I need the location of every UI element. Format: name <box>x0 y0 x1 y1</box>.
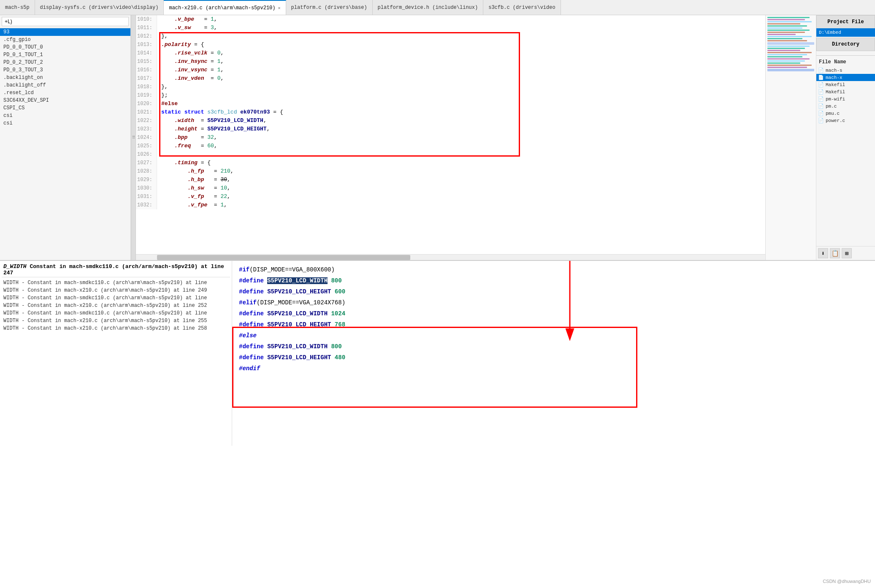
tab-mach-s5p[interactable]: mach-s5p <box>0 0 35 15</box>
bottom-code-line-7: #else <box>239 330 868 341</box>
list-item-backlight-off[interactable]: .backlight_off <box>0 81 130 89</box>
code-line-1032: 1032: .v_fpe = 1, <box>136 201 765 209</box>
tab-label: platform.c (drivers\base) <box>291 5 367 11</box>
bottom-code-line-9: #define S5PV210_LCD_HEIGHT 480 <box>239 352 868 363</box>
file-name: power.c <box>826 118 845 123</box>
file-item-makefile1[interactable]: 📄 Makefil <box>816 81 875 88</box>
file-item-mach-s[interactable]: 📄 mach-s <box>816 67 875 74</box>
code-line-1014: 1014: .rise_vclk = 0, <box>136 49 765 57</box>
file-section: File Name 📄 mach-s 📄 mach-x 📄 Makefil <box>816 55 875 124</box>
right-bottom-toolbar: ⬇ 📋 ⊞ <box>816 246 875 260</box>
directory-button[interactable]: Directory <box>816 38 875 51</box>
list-item-cspi[interactable]: CSPI_CS <box>0 104 130 112</box>
code-line-1016: 1016: .inv_vsync = 1, <box>136 66 765 74</box>
bottom-title-bold: D_WIDTH <box>3 263 27 270</box>
tab-close-icon[interactable]: ✕ <box>278 5 281 11</box>
bottom-code-line-1: #if(DISP_MODE==VGA_800X600) <box>239 264 868 275</box>
tab-platform-device[interactable]: platform_device.h (include\linux) <box>373 0 484 15</box>
file-item-pm-wifi[interactable]: 📄 pm-wifi <box>816 95 875 103</box>
search-input[interactable] <box>2 17 129 26</box>
bottom-list-item-5[interactable]: WIDTH - Constant in mach-smdkc110.c (arc… <box>2 309 230 317</box>
list-item-s3c64xx[interactable]: S3C64XX_DEV_SPI <box>0 97 130 104</box>
code-line-1021: 1021: static struct s3cfb_lcd ek070tn93 … <box>136 108 765 117</box>
code-area: 1010: .v_bpe = 1, 1011: .v_sw = 3, 1012:… <box>136 15 765 260</box>
file-name: pm.c <box>826 104 837 109</box>
minimap <box>765 15 816 260</box>
file-icon: 📄 <box>818 118 824 123</box>
right-panel: Project File D:\Embed Directory File Nam… <box>816 15 875 260</box>
list-item-csi2[interactable]: csi <box>0 119 130 127</box>
file-item-power[interactable]: 📄 power.c <box>816 117 875 124</box>
code-line-1011: 1011: .v_sw = 3, <box>136 24 765 32</box>
file-section-title: File Name <box>816 57 875 67</box>
file-icon: 📄 <box>818 103 824 109</box>
code-line-1013: 1013: .polarity = { <box>136 41 765 49</box>
file-icon: 📄 <box>818 96 824 102</box>
tab-platform[interactable]: platform.c (drivers\base) <box>286 0 373 15</box>
file-name: pm-wifi <box>826 97 845 102</box>
bottom-area: D_WIDTH Constant in mach-smdkc110.c (arc… <box>0 260 875 446</box>
tab-s3cfb[interactable]: s3cfb.c (drivers\video <box>483 0 561 15</box>
code-line-1018: 1018: }, <box>136 83 765 91</box>
scrollbar-thumb[interactable] <box>157 255 410 260</box>
bottom-list-item-2[interactable]: WIDTH - Constant in mach-x210.c (arch\ar… <box>2 287 230 294</box>
splitter[interactable]: ⠿ <box>131 15 136 260</box>
symbol-list: 93 .cfg_gpio PD_0_0_TOUT_0 PD_0_1_TOUT_1… <box>0 28 130 260</box>
list-item-reset-lcd[interactable]: .reset_lcd <box>0 89 130 97</box>
file-icon: 📄 <box>818 111 824 116</box>
grid-icon[interactable]: ⊞ <box>842 248 852 258</box>
bottom-list-item-1[interactable]: WIDTH - Constant in mach-smdkc110.c (arc… <box>2 279 230 287</box>
bottom-code-line-5: #define S5PV210_LCD_WIDTH 1024 <box>239 308 868 319</box>
list-item-93[interactable]: 93 <box>0 28 130 36</box>
file-name: mach-x <box>826 75 842 80</box>
project-file-button[interactable]: Project File <box>816 15 875 28</box>
download-icon[interactable]: ⬇ <box>818 248 828 258</box>
clipboard-icon[interactable]: 📋 <box>830 248 840 258</box>
code-line-1012: 1012: }, <box>136 32 765 41</box>
code-line-1029: 1029: .h_bp = 30, <box>136 176 765 184</box>
list-item-pd00[interactable]: PD_0_0_TOUT_0 <box>0 43 130 51</box>
list-item-pd01[interactable]: PD_0_1_TOUT_1 <box>0 51 130 59</box>
list-item-pd03[interactable]: PD_0_3_TOUT_3 <box>0 66 130 74</box>
horizontal-scrollbar[interactable] <box>136 254 765 260</box>
code-line-1025: 1025: .freq = 60, <box>136 142 765 150</box>
search-box <box>0 15 130 28</box>
bottom-list-item-3[interactable]: WIDTH - Constant in mach-smdkc110.c (arc… <box>2 294 230 302</box>
bottom-list-item-4[interactable]: WIDTH - Constant in mach-x210.c (arch\ar… <box>2 302 230 309</box>
tab-label: s3cfb.c (drivers\video <box>488 5 555 11</box>
tab-label: mach-s5p <box>5 5 30 11</box>
tab-mach-x210[interactable]: mach-x210.c (arch\arm\mach-s5pv210) ✕ <box>164 0 286 15</box>
file-icon: 📄 <box>818 68 824 73</box>
tab-label: display-sysfs.c (drivers\video\display) <box>40 5 159 11</box>
file-icon: 📄 <box>818 89 824 95</box>
bottom-list-item-7[interactable]: WIDTH - Constant in mach-x210.c (arch\ar… <box>2 325 230 332</box>
bottom-title: D_WIDTH Constant in mach-smdkc110.c (arc… <box>2 263 230 277</box>
file-item-makefile2[interactable]: 📄 Makefil <box>816 88 875 95</box>
tab-display-sysfs[interactable]: display-sysfs.c (drivers\video\display) <box>35 0 164 15</box>
list-item-backlight-on[interactable]: .backlight_on <box>0 74 130 81</box>
file-icon: 📄 <box>818 75 824 80</box>
tab-bar: mach-s5p display-sysfs.c (drivers\video\… <box>0 0 875 15</box>
code-line-1023: 1023: .height = S5PV210_LCD_HEIGHT, <box>136 125 765 133</box>
file-item-pm[interactable]: 📄 pm.c <box>816 103 875 110</box>
code-line-1024: 1024: .bpp = 32, <box>136 133 765 142</box>
list-item-pd02[interactable]: PD_0_2_TOUT_2 <box>0 59 130 66</box>
bottom-code-line-8: #define S5PV210_LCD_WIDTH 800 <box>239 341 868 352</box>
bottom-title-rest: Constant in mach-smdkc110.c (arch/arm/ma… <box>3 263 224 276</box>
file-item-mach-x[interactable]: 📄 mach-x <box>816 74 875 81</box>
bottom-reference-panel: D_WIDTH Constant in mach-smdkc110.c (arc… <box>0 261 232 446</box>
tab-label: mach-x210.c (arch\arm\mach-s5pv210) <box>169 5 275 11</box>
watermark: CSDN @dhuwangDHU <box>823 579 871 584</box>
bottom-list-item-6[interactable]: WIDTH - Constant in mach-x210.c (arch\ar… <box>2 317 230 325</box>
code-line-1017: 1017: .inv_vden = 0, <box>136 74 765 83</box>
list-item-csi1[interactable]: csi <box>0 112 130 119</box>
code-line-1019: 1019: }; <box>136 91 765 100</box>
bottom-code-line-4: #elif(DISP_MODE==VGA_1024X768) <box>239 297 868 308</box>
bottom-code-line-10: #endif <box>239 363 868 374</box>
code-scroll[interactable]: 1010: .v_bpe = 1, 1011: .v_sw = 3, 1012:… <box>136 15 765 254</box>
list-item-cfg-gpio[interactable]: .cfg_gpio <box>0 36 130 43</box>
file-item-pmu[interactable]: 📄 pmu.c <box>816 110 875 117</box>
bottom-code-line-6: #define S5PV210_LCD_HEIGHT 768 <box>239 319 868 330</box>
file-name: Makefil <box>826 82 845 87</box>
file-name: mach-s <box>826 68 842 73</box>
